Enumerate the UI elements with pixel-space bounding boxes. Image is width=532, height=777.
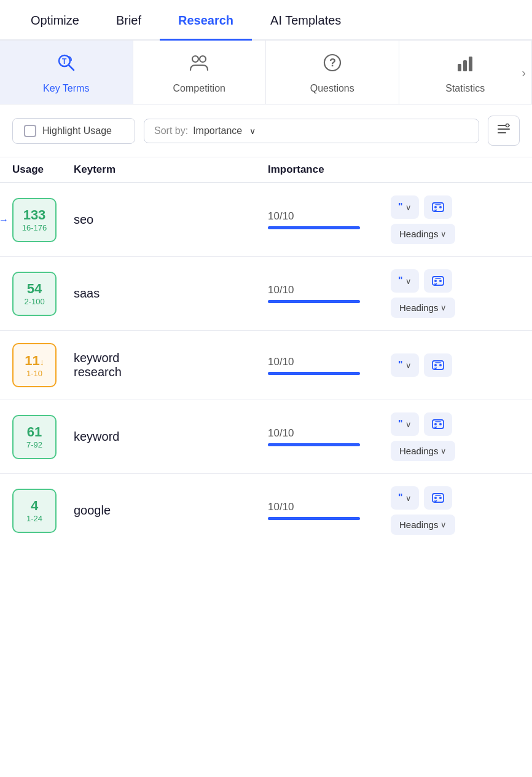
svg-point-21 bbox=[434, 364, 437, 366]
sub-tabs-chevron[interactable]: › bbox=[522, 65, 526, 79]
importance-bar-bg bbox=[268, 443, 360, 446]
tab-optimize[interactable]: Optimize bbox=[12, 0, 98, 41]
quote-button[interactable]: " ∨ bbox=[391, 412, 419, 436]
table-row: 11↓ 1-10 keywordresearch 10/10 " ∨ bbox=[0, 331, 532, 400]
header-keyterm: Keyterm bbox=[74, 164, 268, 176]
svg-point-24 bbox=[434, 423, 437, 425]
keyterm-cell: saas bbox=[74, 286, 268, 301]
statistics-icon bbox=[454, 52, 476, 78]
actions-cell: " ∨ Headings ∨ bbox=[391, 412, 520, 461]
svg-rect-8 bbox=[463, 60, 467, 71]
actions-top: " ∨ bbox=[391, 195, 452, 219]
table-header: Usage Keyterm Importance bbox=[0, 157, 532, 183]
quote-icon: " bbox=[398, 275, 403, 286]
svg-point-25 bbox=[439, 423, 442, 425]
table-row: 61 7-92 keyword 10/10 " ∨ bbox=[0, 400, 532, 474]
quote-chevron: ∨ bbox=[405, 420, 412, 429]
subtab-competition-label: Competition bbox=[173, 83, 225, 94]
headings-label: Headings bbox=[399, 446, 438, 456]
ai-button[interactable] bbox=[424, 353, 452, 377]
subtab-competition[interactable]: Competition bbox=[133, 41, 267, 104]
sort-control[interactable]: Sort by: Importance ∨ bbox=[144, 119, 479, 143]
importance-bar-bg bbox=[268, 517, 360, 520]
quote-button[interactable]: " ∨ bbox=[391, 486, 419, 510]
quote-chevron: ∨ bbox=[405, 203, 412, 212]
sort-chevron: ∨ bbox=[249, 126, 256, 136]
subtab-statistics[interactable]: Statistics bbox=[399, 41, 533, 104]
keyterm-cell: keywordresearch bbox=[74, 351, 268, 379]
header-actions bbox=[391, 164, 520, 176]
ai-button[interactable] bbox=[424, 486, 452, 510]
importance-bar bbox=[268, 372, 360, 375]
header-importance: Importance bbox=[268, 164, 391, 176]
svg-point-16 bbox=[439, 206, 442, 208]
highlight-label: Highlight Usage bbox=[42, 125, 112, 136]
headings-button[interactable]: Headings ∨ bbox=[391, 515, 455, 535]
usage-count: 133 bbox=[23, 207, 46, 223]
headings-label: Headings bbox=[399, 302, 438, 313]
importance-score: 10/10 bbox=[268, 501, 391, 513]
ai-icon bbox=[431, 200, 445, 214]
importance-score: 10/10 bbox=[268, 356, 391, 368]
ai-icon bbox=[431, 417, 445, 431]
table-body: → 133 16-176 seo 10/10 " ∨ bbox=[0, 183, 532, 547]
ai-button[interactable] bbox=[424, 269, 452, 293]
svg-rect-9 bbox=[469, 57, 472, 71]
ai-button[interactable] bbox=[424, 195, 452, 219]
importance-bar-bg bbox=[268, 300, 360, 303]
usage-count: 61 bbox=[27, 424, 42, 440]
quote-icon: " bbox=[398, 360, 403, 371]
svg-rect-23 bbox=[432, 420, 444, 428]
competition-icon bbox=[188, 52, 210, 78]
highlight-checkbox[interactable] bbox=[24, 125, 36, 137]
usage-badge: 54 2-100 bbox=[12, 272, 57, 316]
usage-range: 7-92 bbox=[26, 440, 42, 449]
svg-point-18 bbox=[434, 280, 437, 282]
filter-button[interactable] bbox=[488, 116, 520, 146]
quote-chevron: ∨ bbox=[405, 494, 412, 503]
usage-badge: 4 1-24 bbox=[12, 489, 57, 533]
actions-cell: " ∨ bbox=[391, 353, 520, 377]
down-arrow: ↓ bbox=[40, 357, 44, 367]
tab-ai-templates[interactable]: AI Templates bbox=[252, 0, 359, 41]
ai-button[interactable] bbox=[424, 412, 452, 436]
sub-tabs: T Key Terms Competition ? Questions bbox=[0, 41, 532, 105]
quote-button[interactable]: " ∨ bbox=[391, 195, 419, 219]
ai-icon bbox=[431, 274, 445, 288]
svg-rect-26 bbox=[432, 494, 444, 502]
svg-point-13 bbox=[506, 124, 509, 127]
headings-chevron: ∨ bbox=[440, 520, 447, 529]
table-row: 54 2-100 saas 10/10 " ∨ bbox=[0, 257, 532, 331]
importance-bar-bg bbox=[268, 226, 360, 229]
quote-button[interactable]: " ∨ bbox=[391, 353, 419, 377]
row-arrow: → bbox=[0, 215, 9, 226]
subtab-key-terms[interactable]: T Key Terms bbox=[0, 41, 133, 104]
highlight-usage-control[interactable]: Highlight Usage bbox=[12, 118, 135, 144]
svg-rect-17 bbox=[432, 277, 444, 285]
svg-point-3 bbox=[192, 56, 198, 62]
sort-prefix: Sort by: bbox=[154, 125, 188, 136]
headings-button[interactable]: Headings ∨ bbox=[391, 224, 455, 244]
ai-icon bbox=[431, 358, 445, 372]
controls-row: Highlight Usage Sort by: Importance ∨ bbox=[0, 105, 532, 157]
headings-button[interactable]: Headings ∨ bbox=[391, 298, 455, 318]
quote-button[interactable]: " ∨ bbox=[391, 269, 419, 293]
keyterm-cell: seo bbox=[74, 213, 268, 227]
usage-range: 1-10 bbox=[26, 369, 42, 378]
questions-icon: ? bbox=[321, 52, 343, 78]
importance-cell: 10/10 bbox=[268, 210, 391, 229]
quote-icon: " bbox=[398, 419, 403, 430]
importance-cell: 10/10 bbox=[268, 356, 391, 375]
importance-bar bbox=[268, 300, 360, 303]
tab-brief[interactable]: Brief bbox=[98, 0, 160, 41]
svg-rect-7 bbox=[458, 64, 461, 71]
headings-button[interactable]: Headings ∨ bbox=[391, 441, 455, 461]
subtab-key-terms-label: Key Terms bbox=[43, 83, 89, 94]
importance-cell: 10/10 bbox=[268, 501, 391, 520]
svg-point-27 bbox=[434, 497, 437, 499]
keyterm-cell: google bbox=[74, 503, 268, 518]
tab-research[interactable]: Research bbox=[160, 0, 252, 41]
subtab-questions[interactable]: ? Questions bbox=[266, 41, 399, 104]
actions-top: " ∨ bbox=[391, 269, 452, 293]
actions-top: " ∨ bbox=[391, 353, 452, 377]
